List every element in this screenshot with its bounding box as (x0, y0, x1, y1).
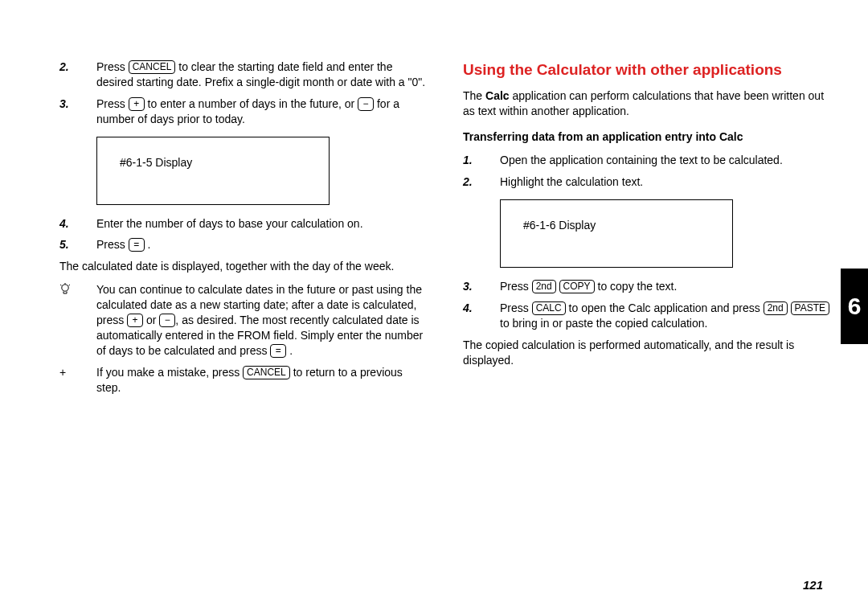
tip-body: You can continue to calculate dates in t… (96, 282, 428, 358)
text: . (286, 344, 293, 357)
text: to enter a number of days in the future,… (145, 97, 358, 110)
svg-point-0 (62, 285, 68, 291)
intro-paragraph: The Calc application can perform calcula… (463, 88, 831, 119)
tip-body: If you make a mistake, press CANCEL to r… (96, 365, 428, 396)
display-text: #6-1-6 Display (523, 219, 596, 232)
step-number: 4. (59, 216, 96, 232)
key-equals: = (270, 344, 286, 358)
key-cancel: CANCEL (243, 366, 290, 379)
text: Press (500, 301, 532, 314)
step-body: Enter the number of days to base your ca… (96, 216, 428, 232)
tip-bulb: You can continue to calculate dates in t… (59, 282, 428, 358)
page-number: 121 (803, 577, 823, 593)
key-plus: + (129, 97, 145, 111)
chapter-number: 6 (848, 290, 862, 323)
key-2nd: 2nd (764, 301, 788, 315)
svg-line-2 (69, 285, 71, 285)
text: Press (96, 60, 129, 73)
step-body: Press = . (96, 237, 428, 252)
key-minus: − (358, 97, 374, 111)
step-number: 3. (463, 279, 500, 294)
step-number: 3. (59, 96, 96, 127)
rstep-1: 1. Open the application containing the t… (463, 153, 831, 168)
rstep-4: 4. Press CALC to open the Calc applicati… (463, 301, 831, 331)
text: . (145, 238, 151, 251)
step-number: 4. (463, 301, 500, 331)
text: application can perform calculations tha… (463, 89, 824, 117)
step-3: 3. Press + to enter a number of days in … (59, 96, 428, 127)
step-number: 2. (463, 174, 500, 190)
svg-line-1 (60, 285, 62, 285)
key-2nd: 2nd (532, 280, 556, 293)
display-text: #6-1-5 Display (120, 156, 192, 169)
text: to open the Calc application and press (566, 301, 764, 314)
tip-plus: + If you make a mistake, press CANCEL to… (59, 365, 428, 396)
plus-marker: + (59, 365, 96, 396)
subsection-heading: Transferring data from an application en… (463, 129, 831, 145)
text: If you make a mistake, press (96, 366, 243, 379)
display-box-2: #6-1-6 Display (500, 199, 733, 268)
text: to bring in or paste the copied calculat… (500, 317, 707, 330)
result-paragraph: The calculated date is displayed, togeth… (59, 259, 428, 274)
step-body: Press CALC to open the Calc application … (500, 301, 831, 331)
text-bold: Calc (485, 89, 510, 102)
text: Press (96, 97, 129, 110)
step-4: 4. Enter the number of days to base your… (59, 216, 428, 232)
key-plus: + (127, 314, 143, 327)
text: Press (96, 238, 129, 251)
text: to copy the text. (595, 280, 678, 293)
step-5: 5. Press = . (59, 237, 428, 252)
text: Press (500, 280, 532, 293)
bulb-icon (59, 282, 96, 358)
step-body: Press + to enter a number of days in the… (96, 96, 428, 127)
chapter-tab: 6 (841, 269, 868, 344)
manual-page: 2. Press CANCEL to clear the starting da… (0, 0, 868, 611)
step-number: 2. (59, 59, 96, 90)
text (788, 301, 791, 314)
rstep-3: 3. Press 2nd COPY to copy the text. (463, 279, 831, 294)
key-calc: CALC (532, 301, 566, 315)
right-column: Using the Calculator with other applicat… (463, 59, 831, 587)
key-cancel: CANCEL (129, 60, 176, 74)
step-body: Open the application containing the text… (500, 153, 831, 168)
rstep-2: 2. Highlight the calculation text. (463, 174, 831, 190)
key-paste: PASTE (791, 301, 829, 315)
key-equals: = (129, 238, 145, 252)
left-column: 2. Press CANCEL to clear the starting da… (59, 59, 428, 587)
result-paragraph-2: The copied calculation is performed auto… (463, 338, 831, 368)
key-minus: − (159, 314, 175, 327)
step-number: 1. (463, 153, 500, 168)
step-number: 5. (59, 237, 96, 252)
step-body: Press 2nd COPY to copy the text. (500, 279, 831, 294)
key-copy: COPY (559, 280, 595, 293)
step-2: 2. Press CANCEL to clear the starting da… (59, 59, 428, 90)
step-body: Highlight the calculation text. (500, 174, 831, 190)
text: The (463, 89, 485, 102)
step-body: Press CANCEL to clear the starting date … (96, 59, 428, 90)
display-box-1: #6-1-5 Display (96, 137, 330, 205)
text: or (143, 314, 159, 326)
section-heading: Using the Calculator with other applicat… (463, 59, 831, 80)
